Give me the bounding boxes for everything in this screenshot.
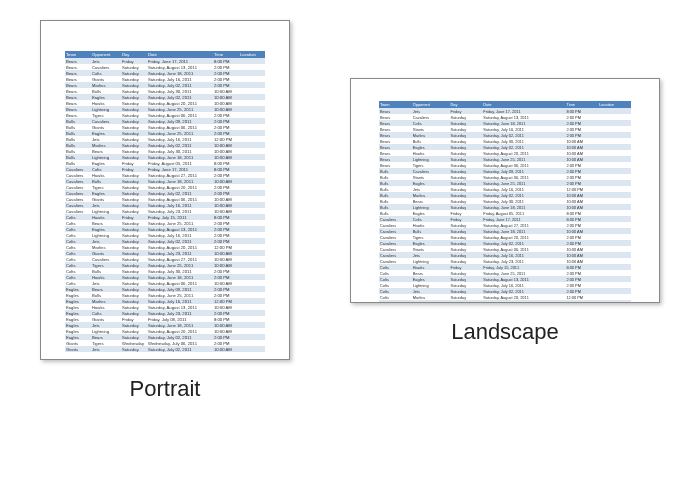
table-cell: Giants	[65, 346, 91, 352]
table-header: TeamOpponentDayDateTimeLocation	[379, 101, 631, 108]
table-cell: Wednesday	[121, 340, 147, 346]
column-header: Location	[598, 101, 631, 108]
column-header: Opponent	[412, 101, 450, 108]
table-cell	[239, 346, 265, 352]
table-cell: Colts	[379, 300, 412, 303]
schedule-table-landscape: TeamOpponentDayDateTimeLocation BearsJet…	[379, 101, 631, 303]
caption-portrait: Portrait	[130, 376, 201, 402]
caption-landscape: Landscape	[451, 319, 559, 345]
table-cell: Jets	[91, 346, 121, 352]
column-header: Date	[147, 51, 213, 58]
column-header: Date	[482, 101, 565, 108]
table-cell: Saturday, July 02, 2011	[147, 346, 213, 352]
column-header: Team	[65, 51, 91, 58]
table-cell: Saturday	[121, 346, 147, 352]
table-cell: 10:00 AM	[565, 300, 598, 303]
schedule-table-portrait: TeamOpponentDayDateTimeLocation BearsJet…	[65, 51, 265, 352]
table-cell: Saturday	[450, 300, 483, 303]
column-header: Team	[379, 101, 412, 108]
column-header: Day	[121, 51, 147, 58]
table-cell: Giants	[412, 300, 450, 303]
column-header: Time	[565, 101, 598, 108]
column-header: Location	[239, 51, 265, 58]
portrait-column: TeamOpponentDayDateTimeLocation BearsJet…	[40, 20, 290, 402]
column-header: Day	[450, 101, 483, 108]
table-row: GiantsJetsSaturdaySaturday, July 02, 201…	[65, 346, 265, 352]
table-cell: 10:00 AM	[213, 346, 239, 352]
landscape-page-thumbnail: TeamOpponentDayDateTimeLocation BearsJet…	[350, 78, 660, 303]
table-row: ColtsGiantsSaturdaySaturday, July 23, 20…	[379, 300, 631, 303]
table-cell: Saturday, July 23, 2011	[482, 300, 565, 303]
landscape-column: TeamOpponentDayDateTimeLocation BearsJet…	[350, 20, 660, 345]
portrait-page-thumbnail: TeamOpponentDayDateTimeLocation BearsJet…	[40, 20, 290, 360]
table-cell	[598, 300, 631, 303]
column-header: Time	[213, 51, 239, 58]
column-header: Opponent	[91, 51, 121, 58]
table-header: TeamOpponentDayDateTimeLocation	[65, 51, 265, 58]
